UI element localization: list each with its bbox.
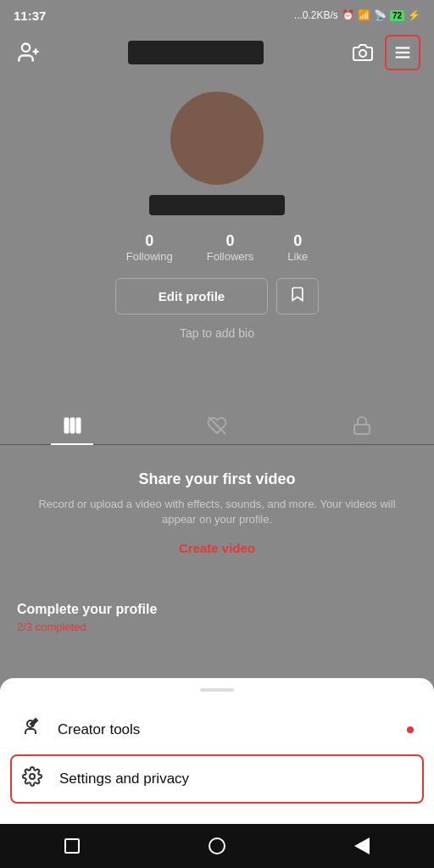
sheet-handle [200,688,234,692]
likes-label: Like [287,250,308,263]
svg-point-3 [359,50,366,57]
settings-icon [22,766,42,792]
add-user-button[interactable] [14,37,44,68]
bio-placeholder[interactable]: Tap to add bio [180,326,254,340]
likes-stat: 0 Like [287,232,308,263]
top-nav-right [348,35,420,70]
wifi-icon: 📡 [374,9,387,21]
profile-section: 0 Following 0 Followers 0 Like Edit prof… [0,75,434,357]
bottom-sheet: Creator tools Settings and privacy [0,678,434,824]
svg-rect-9 [76,418,81,433]
following-stat: 0 Following [126,232,173,263]
settings-privacy-item[interactable]: Settings and privacy [10,754,424,804]
status-bar: 11:37 ...0.2KB/s ⏰ 📶 📡 72 ⚡ [0,0,434,31]
share-video-desc: Record or upload a video with effects, s… [34,497,400,527]
complete-profile-section: Complete your profile 2/3 completed [0,602,434,633]
svg-rect-11 [354,425,370,434]
username-bar [128,41,264,64]
charging-icon: ⚡ [408,9,420,21]
stats-row: 0 Following 0 Followers 0 Like [126,232,308,263]
creator-tools-item[interactable]: Creator tools [0,705,434,754]
system-nav-bar [0,824,434,868]
settings-privacy-label: Settings and privacy [59,771,189,787]
tab-videos[interactable] [1,407,144,444]
bookmark-button[interactable] [276,278,319,314]
top-nav [0,31,434,75]
tab-private[interactable] [290,407,433,444]
creator-tools-label: Creator tools [58,721,140,738]
nav-circle-button[interactable] [209,837,225,854]
camera-icon-button[interactable] [348,37,378,68]
nav-square-button[interactable] [64,838,80,854]
creator-tools-icon [20,717,41,743]
svg-point-0 [22,44,30,52]
edit-profile-button[interactable]: Edit profile [115,278,268,314]
followers-count: 0 [226,232,235,250]
creator-tools-notification-dot [407,726,414,733]
complete-profile-progress: 2/3 completed [17,620,417,633]
followers-stat: 0 Followers [207,232,254,263]
status-time: 11:37 [14,8,46,23]
alarm-icon: ⏰ [342,9,354,21]
profile-tabs [0,407,434,445]
following-count: 0 [145,232,153,250]
profile-username-bar [149,195,285,215]
svg-rect-8 [70,418,75,433]
profile-buttons: Edit profile [115,278,319,314]
svg-rect-7 [64,418,69,433]
nav-back-button[interactable] [354,837,370,854]
likes-count: 0 [293,232,302,250]
create-video-button[interactable]: Create video [179,541,255,555]
share-video-title: Share your first video [138,470,295,488]
tab-liked[interactable] [146,407,289,444]
menu-button[interactable] [385,35,420,70]
svg-point-13 [30,774,35,779]
share-video-section: Share your first video Record or upload … [0,445,434,576]
status-icons: ...0.2KB/s ⏰ 📶 📡 72 ⚡ [294,9,420,21]
following-label: Following [126,250,173,263]
followers-label: Followers [207,250,254,263]
complete-profile-title: Complete your profile [17,602,417,617]
signal-icon: 📶 [358,9,370,21]
avatar [170,92,264,185]
battery-indicator: 72 [390,10,404,21]
network-status: ...0.2KB/s [294,9,338,21]
